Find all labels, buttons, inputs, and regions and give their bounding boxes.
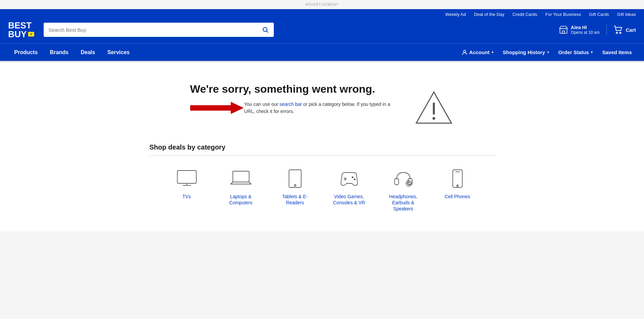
order-status-chevron: ▾ — [591, 50, 593, 54]
laptop-icon — [230, 169, 252, 188]
header-divider — [606, 24, 607, 35]
gift-ideas-link[interactable]: Gift Ideas — [617, 12, 636, 17]
top-header: Weekly Ad Deal of the Day Credit Cards F… — [0, 9, 644, 43]
category-headphones[interactable]: Headphones, Earbuds & Speakers — [383, 168, 424, 212]
store-hours: Opens at 10 am — [571, 30, 600, 35]
svg-rect-12 — [177, 170, 196, 183]
red-arrow-icon — [190, 101, 244, 115]
nav-brands[interactable]: Brands — [44, 44, 74, 61]
svg-point-17 — [294, 185, 296, 186]
category-cellphones-label: Cell Phones — [445, 193, 470, 200]
weekly-ad-link[interactable]: Weekly Ad — [445, 12, 466, 17]
category-section: Shop deals by category TVs — [136, 143, 508, 212]
main-nav: Products Brands Deals Services — [8, 44, 136, 61]
category-games-label: Video Games, Consoles & VR — [329, 193, 370, 206]
svg-point-27 — [457, 185, 458, 187]
search-bar — [44, 23, 274, 37]
svg-rect-3 — [562, 31, 564, 33]
svg-point-24 — [406, 181, 412, 186]
credit-cards-link[interactable]: Credit Cards — [512, 12, 537, 17]
search-bar-link[interactable]: search bar — [280, 101, 302, 107]
logo-tag — [28, 32, 34, 37]
svg-point-5 — [616, 32, 618, 33]
category-tvs-label: TVs — [182, 193, 191, 200]
error-body: You can use our search bar or pick a cat… — [244, 101, 393, 115]
tv-icon — [176, 169, 198, 188]
headphones-icon — [393, 169, 414, 188]
search-input[interactable] — [44, 23, 257, 37]
ad-bar: Advertisement — [0, 0, 644, 9]
cart-icon — [614, 26, 623, 34]
category-headphones-label: Headphones, Earbuds & Speakers — [383, 193, 424, 212]
category-tablets[interactable]: Tablets & E-Readers — [275, 168, 315, 212]
category-games[interactable]: Video Games, Consoles & VR — [329, 168, 370, 212]
error-left: We're sorry, something went wrong. You c… — [190, 83, 393, 115]
category-grid: TVs Laptops & Computers — [150, 168, 495, 212]
gift-cards-link[interactable]: Gift Cards — [589, 12, 609, 17]
nav-deals[interactable]: Deals — [74, 44, 101, 61]
svg-point-7 — [463, 50, 466, 52]
account-chevron: ▾ — [492, 50, 493, 54]
search-button[interactable] — [257, 23, 274, 37]
right-nav: Account ▾ Shopping History ▾ Order Statu… — [457, 44, 636, 61]
svg-point-6 — [620, 32, 621, 33]
tablet-icon — [284, 169, 306, 188]
category-laptops-label: Laptops & Computers — [221, 193, 261, 206]
svg-point-0 — [263, 27, 267, 31]
gamepad-icon — [338, 169, 360, 188]
error-arrow-row: You can use our search bar or pick a cat… — [190, 101, 393, 115]
error-right — [414, 83, 454, 127]
store-info[interactable]: Aiea HI Opens at 10 am — [559, 25, 600, 35]
secondary-nav: Products Brands Deals Services Account ▾… — [0, 43, 644, 61]
svg-line-1 — [267, 31, 268, 33]
header-main: BEST BUY — [8, 18, 636, 43]
main-content: We're sorry, something went wrong. You c… — [0, 62, 644, 231]
category-tablets-label: Tablets & E-Readers — [275, 193, 315, 206]
category-divider — [150, 155, 495, 156]
cart-button[interactable]: Cart — [614, 26, 636, 34]
svg-rect-22 — [395, 179, 399, 185]
for-your-business-link[interactable]: For Your Business — [545, 12, 581, 17]
svg-marker-8 — [190, 102, 244, 114]
search-icon — [262, 26, 269, 33]
category-laptops[interactable]: Laptops & Computers — [221, 168, 261, 212]
top-nav: Weekly Ad Deal of the Day Credit Cards F… — [8, 9, 636, 18]
store-name: Aiea HI — [571, 25, 600, 30]
header-right: Aiea HI Opens at 10 am Cart — [559, 24, 636, 35]
error-title: We're sorry, something went wrong. — [190, 83, 393, 95]
saved-items-nav[interactable]: Saved Items — [598, 44, 636, 61]
svg-point-21 — [354, 179, 355, 180]
logo[interactable]: BEST BUY — [8, 21, 37, 39]
shopping-history-chevron: ▾ — [547, 50, 549, 54]
deal-of-the-day-link[interactable]: Deal of the Day — [474, 12, 505, 17]
warning-icon — [414, 89, 454, 127]
account-icon — [461, 49, 468, 56]
phone-icon — [447, 169, 468, 188]
category-cellphones[interactable]: Cell Phones — [437, 168, 478, 212]
svg-point-11 — [432, 117, 435, 120]
nav-services[interactable]: Services — [101, 44, 136, 61]
cart-label: Cart — [626, 27, 636, 33]
category-section-title: Shop deals by category — [150, 143, 495, 151]
error-section: We're sorry, something went wrong. You c… — [170, 83, 474, 127]
svg-point-20 — [352, 177, 353, 178]
account-nav[interactable]: Account ▾ — [457, 44, 497, 61]
nav-products[interactable]: Products — [8, 44, 44, 61]
category-tvs[interactable]: TVs — [166, 168, 207, 212]
order-status-nav[interactable]: Order Status ▾ — [554, 44, 597, 61]
svg-rect-15 — [233, 171, 249, 182]
shopping-history-nav[interactable]: Shopping History ▾ — [499, 44, 553, 61]
store-icon — [559, 25, 568, 35]
